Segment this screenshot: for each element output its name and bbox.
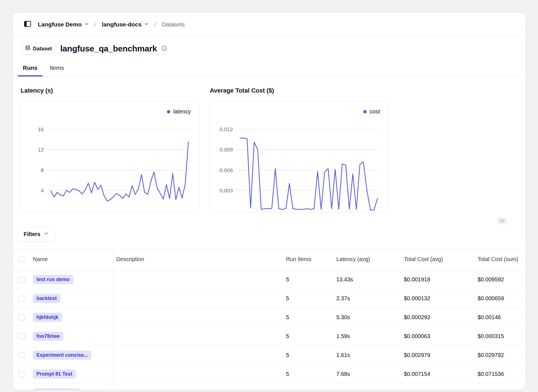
filters-row: Filters <box>13 225 525 242</box>
run-name-pill[interactable]: Experiment concise... <box>33 351 92 360</box>
svg-text:0.009: 0.009 <box>219 147 233 153</box>
cost-legend: cost <box>363 108 380 115</box>
total-cost-avg-cell: $0.001918 <box>404 270 478 289</box>
legend-label: cost <box>370 108 380 115</box>
panel-left-icon <box>23 20 32 29</box>
run-items-cell: 5 <box>286 270 336 289</box>
column-header-total-cost-sum: Total Cost (sum) <box>478 249 525 270</box>
run-items-cell: 5 <box>286 327 336 346</box>
select-all-checkbox[interactable] <box>19 256 25 262</box>
filters-button[interactable]: Filters <box>17 227 55 242</box>
row-checkbox[interactable] <box>19 371 25 377</box>
latency-avg-cell: 1.59s <box>336 327 404 346</box>
run-name-pill[interactable]: test run demo <box>33 275 73 284</box>
latency-avg-cell: 2.37s <box>336 289 404 308</box>
latency-chart-block: Latency (s) 481216 latency <box>20 87 199 212</box>
latency-legend: latency <box>167 108 191 115</box>
total-cost-sum-cell: $0.009592 <box>478 270 525 289</box>
column-header-latency-avg: Latency (avg) <box>336 249 404 270</box>
latency-avg-cell: 5.30s <box>336 308 404 327</box>
description-cell <box>113 289 286 308</box>
latency-chart: 481216 latency <box>20 101 199 212</box>
table-row: Experiment concise... 5 1.61s $0.002979 … <box>13 346 525 365</box>
legend-dot-icon <box>167 110 170 113</box>
run-items-cell: 5 <box>286 346 336 364</box>
svg-text:4: 4 <box>41 188 44 193</box>
run-items-cell: 5 <box>286 365 336 383</box>
total-cost-avg-cell: $0.000132 <box>404 289 478 308</box>
row-checkbox[interactable] <box>19 333 25 339</box>
cost-chart-block: Average Total Cost ($) 0.0030.0060.0090.… <box>209 87 389 212</box>
breadcrumb-org[interactable]: Langfuse Demo <box>38 21 89 28</box>
description-cell <box>113 308 286 327</box>
latency-line-chart: 481216 <box>20 101 199 212</box>
run-items-cell: 5 <box>286 308 336 327</box>
row-checkbox[interactable] <box>19 352 25 358</box>
cost-line-chart: 0.0030.0060.0090.012 <box>209 101 388 212</box>
total-cost-sum-cell: $0.000315 <box>478 327 525 346</box>
handle-row <box>13 212 525 225</box>
table-row: Prompt 81 Test 5 7.68s $0.007154 $0.0715… <box>13 365 525 384</box>
cost-chart-title: Average Total Cost ($) <box>210 87 389 94</box>
grip-dots-icon <box>500 219 505 224</box>
table-row: test run demo 5 13.43s $0.001918 $0.0095… <box>13 270 525 289</box>
chevron-down-icon <box>84 21 89 28</box>
chevron-down-icon <box>144 21 149 28</box>
description-cell <box>113 365 286 383</box>
description-cell <box>113 270 286 289</box>
total-cost-avg-cell: $0.007154 <box>404 365 478 383</box>
run-name-pill[interactable]: Prompt 81 Test <box>33 369 76 379</box>
column-header-total-cost-avg: Total Cost (avg) <box>404 249 478 270</box>
dataset-header: Dataset langfuse_qa_benchmark <box>21 43 517 54</box>
run-name-pill[interactable] <box>33 388 80 390</box>
row-checkbox[interactable] <box>19 390 25 390</box>
row-checkbox[interactable] <box>19 314 25 321</box>
table-row: backtest 5 2.37s $0.000132 $0.000659 <box>13 289 525 308</box>
column-header-run-items: Run Items <box>286 249 336 270</box>
database-icon <box>25 45 30 52</box>
svg-text:0.006: 0.006 <box>219 167 233 173</box>
drag-handle-button[interactable] <box>497 217 507 225</box>
tab-runs[interactable]: Runs <box>17 61 43 76</box>
breadcrumb-project-label: langfuse-docs <box>102 21 141 28</box>
info-icon[interactable] <box>161 45 167 52</box>
topbar: Langfuse Demo / langfuse-docs / Datasets <box>13 13 525 36</box>
tab-items[interactable]: Items <box>44 61 70 76</box>
total-cost-sum-cell: $0.000659 <box>478 289 525 308</box>
chevron-down-icon <box>44 231 49 237</box>
breadcrumb-separator: / <box>154 21 157 28</box>
table-row: foo78riwe 5 1.59s $0.000063 $0.000315 <box>13 327 525 346</box>
cost-chart: 0.0030.0060.0090.012 cost <box>209 101 389 212</box>
svg-text:0.003: 0.003 <box>219 188 233 193</box>
row-checkbox[interactable] <box>19 296 25 302</box>
column-header-name: Name <box>28 249 113 270</box>
svg-text:0.012: 0.012 <box>219 126 233 132</box>
run-name-pill[interactable]: backtest <box>33 294 60 303</box>
latency-avg-cell: 7.68s <box>336 365 404 383</box>
total-cost-avg-cell: $0.002979 <box>404 346 478 364</box>
breadcrumb-org-label: Langfuse Demo <box>38 21 82 28</box>
svg-text:8: 8 <box>41 167 44 173</box>
latency-chart-title: Latency (s) <box>21 87 199 94</box>
table-header-row: Name Description Run Items Latency (avg)… <box>13 249 525 270</box>
legend-dot-icon <box>363 110 367 113</box>
charts-section: Latency (s) 481216 latency Average Total… <box>13 76 525 212</box>
total-cost-avg-cell: $0.000063 <box>404 327 478 346</box>
filters-button-label: Filters <box>24 231 40 237</box>
breadcrumb-separator: / <box>94 21 97 28</box>
total-cost-sum-cell: $0.00146 <box>478 308 525 327</box>
svg-text:16: 16 <box>38 126 44 132</box>
table-row-partial <box>13 384 525 390</box>
breadcrumb-project[interactable]: langfuse-docs <box>102 21 149 28</box>
sidebar-toggle-button[interactable] <box>22 19 33 30</box>
dataset-badge: Dataset <box>21 43 56 54</box>
run-name-pill[interactable]: hjkfdshjk <box>33 313 62 322</box>
runs-table: Name Description Run Items Latency (avg)… <box>13 248 525 390</box>
page-title: langfuse_qa_benchmark <box>60 44 157 53</box>
run-name-pill[interactable]: foo78riwe <box>33 332 63 341</box>
description-cell <box>113 327 286 346</box>
dataset-badge-label: Dataset <box>33 46 52 52</box>
row-checkbox[interactable] <box>19 277 25 283</box>
svg-text:12: 12 <box>38 147 44 153</box>
table-row: hjkfdshjk 5 5.30s $0.000292 $0.00146 <box>13 308 525 327</box>
